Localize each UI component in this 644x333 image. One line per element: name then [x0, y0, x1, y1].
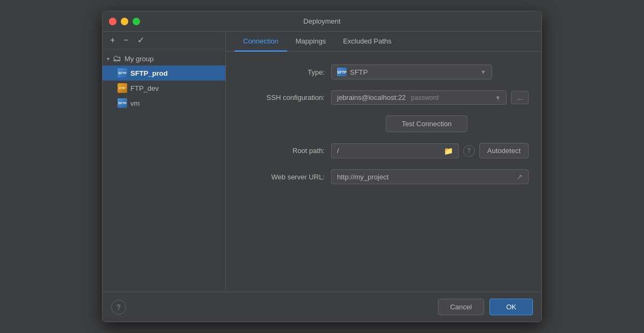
test-connection-area: Test Connection — [239, 115, 529, 132]
sftp-prod-label: SFTP_prod — [130, 69, 167, 77]
type-value: SFTP — [350, 68, 368, 76]
test-connection-button[interactable]: Test Connection — [386, 115, 467, 132]
web-url-icon: ↗ — [516, 172, 523, 181]
ssh-dropdown-arrow: ▼ — [495, 95, 501, 101]
footer-buttons: Cancel OK — [438, 299, 533, 315]
type-select[interactable]: SFTP SFTP ▼ — [331, 64, 492, 79]
ok-button[interactable]: OK — [489, 299, 533, 315]
root-path-control: / 📁 ? Autodetect — [331, 143, 529, 158]
chevron-icon: ▾ — [107, 56, 109, 62]
ssh-config-value: jebrains@localhost:22 — [337, 93, 406, 102]
tree-group-my-group[interactable]: ▾ 🗂 My group — [103, 52, 225, 66]
main-content: Connection Mappings Excluded Paths Type:… — [226, 32, 541, 292]
web-url-row: Web server URL: http://my_project ↗ — [239, 169, 529, 184]
sidebar-tree: ▾ 🗂 My group SFTP SFTP_prod FTP FTP — [103, 49, 225, 292]
add-server-button[interactable]: + — [108, 35, 117, 46]
type-control: SFTP SFTP ▼ — [331, 64, 529, 79]
sidebar-item-sftp-prod[interactable]: SFTP SFTP_prod — [103, 66, 225, 81]
tab-bar: Connection Mappings Excluded Paths — [226, 32, 541, 52]
ssh-config-row: SSH configuration: jebrains@localhost:22… — [239, 90, 529, 105]
autodetect-button[interactable]: Autodetect — [479, 143, 529, 158]
title-bar: Deployment — [103, 11, 541, 32]
ssh-ellipsis-button[interactable]: ... — [511, 91, 529, 104]
ssh-control: jebrains@localhost:22 password ▼ ... — [331, 90, 529, 105]
ssh-label: SSH configuration: — [239, 93, 325, 102]
type-label: Type: — [239, 68, 325, 76]
web-url-input[interactable]: http://my_project ↗ — [331, 169, 529, 184]
cancel-button[interactable]: Cancel — [438, 299, 484, 315]
group-label: My group — [125, 55, 153, 63]
root-path-input[interactable]: / 📁 — [331, 143, 459, 158]
dialog-body: + − ✓ ▾ 🗂 My group SFTP SFTP_prod — [103, 32, 541, 292]
sftp-icon: SFTP — [118, 68, 127, 78]
vm-label: vm — [130, 99, 140, 107]
ftp-icon: FTP — [118, 83, 127, 93]
traffic-lights — [109, 18, 140, 25]
web-url-label: Web server URL: — [239, 173, 325, 181]
web-url-value: http://my_project — [337, 173, 516, 181]
folder-icon: 📁 — [444, 147, 453, 155]
tab-connection[interactable]: Connection — [235, 32, 287, 52]
footer-help-button[interactable]: ? — [111, 300, 126, 315]
root-path-row: Root path: / 📁 ? Autodetect — [239, 143, 529, 158]
dialog-title: Deployment — [303, 17, 340, 25]
dialog-footer: ? Cancel OK — [103, 292, 541, 322]
ssh-auth-type: password — [411, 94, 438, 102]
sidebar-toolbar: + − ✓ — [103, 32, 225, 49]
tab-mappings[interactable]: Mappings — [287, 32, 334, 52]
root-path-value: / — [337, 147, 441, 155]
connection-tab-content: Type: SFTP SFTP ▼ SSH configuration: — [226, 52, 541, 292]
sftp-type-icon: SFTP — [337, 68, 347, 76]
deployment-dialog: Deployment + − ✓ ▾ 🗂 My group SFT — [102, 11, 542, 322]
maximize-button[interactable] — [133, 18, 140, 25]
group-icon: 🗂 — [113, 54, 121, 63]
tab-excluded-paths[interactable]: Excluded Paths — [334, 32, 400, 52]
root-path-label: Root path: — [239, 147, 325, 155]
sidebar: + − ✓ ▾ 🗂 My group SFTP SFTP_prod — [103, 32, 226, 292]
check-button[interactable]: ✓ — [135, 35, 147, 46]
root-path-help-icon[interactable]: ? — [463, 145, 475, 157]
sidebar-item-vm[interactable]: SFTP vm — [103, 96, 225, 111]
close-button[interactable] — [109, 18, 116, 25]
vm-sftp-icon: SFTP — [118, 98, 127, 108]
remove-server-button[interactable]: − — [121, 35, 130, 46]
web-url-control: http://my_project ↗ — [331, 169, 529, 184]
type-row: Type: SFTP SFTP ▼ — [239, 64, 529, 79]
minimize-button[interactable] — [121, 18, 128, 25]
ssh-config-select[interactable]: jebrains@localhost:22 password ▼ — [331, 90, 507, 105]
type-dropdown-arrow: ▼ — [480, 69, 486, 75]
sidebar-item-ftp-dev[interactable]: FTP FTP_dev — [103, 81, 225, 96]
ftp-dev-label: FTP_dev — [130, 84, 159, 92]
